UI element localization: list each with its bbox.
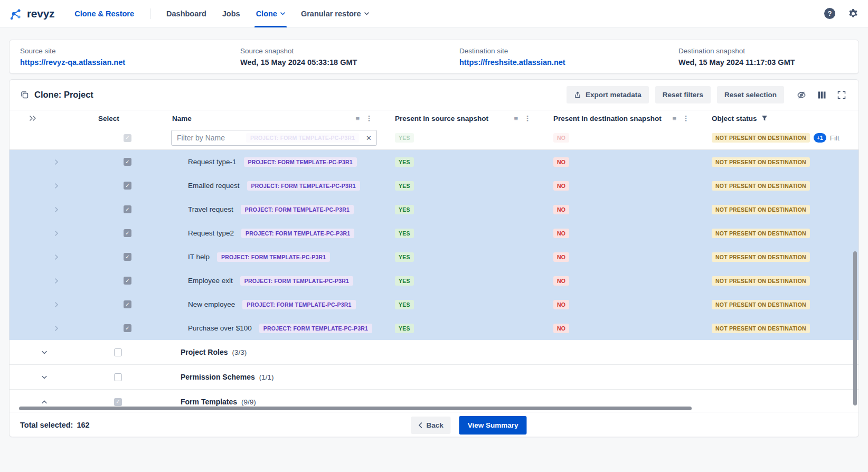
source-site-link[interactable]: https://revyz-qa.atlassian.net xyxy=(20,58,240,67)
copy-icon xyxy=(20,90,29,99)
row-type-badge: PROJECT: FORM TEMPLATE-PC-P3R1 xyxy=(259,324,372,333)
horizontal-scrollbar[interactable] xyxy=(19,407,692,410)
expand-group-icon[interactable] xyxy=(41,375,48,380)
chevron-down-icon xyxy=(364,12,369,15)
clone-objects-table: Select Name ≡⋮ Present in source snapsho… xyxy=(10,110,858,412)
nav-clone-label: Clone xyxy=(256,10,277,18)
row-checkbox[interactable]: ✓ xyxy=(124,324,131,332)
nav-links: Clone & Restore Dashboard Jobs Clone Gra… xyxy=(74,0,369,27)
hide-filters-icon[interactable] xyxy=(797,91,806,99)
expand-row-icon[interactable] xyxy=(54,159,59,165)
group-checkbox[interactable] xyxy=(114,348,122,356)
column-resize-handle-icon[interactable]: ≡ xyxy=(672,115,676,122)
group-checkbox[interactable]: ✓ xyxy=(114,398,122,406)
source-snapshot-value: Wed, 15 May 2024 05:33:18 GMT xyxy=(240,58,459,67)
source-header-label: Present in source snapshot xyxy=(395,115,488,122)
table-row[interactable]: ✓IT helpPROJECT: FORM TEMPLATE-PC-P3R1YE… xyxy=(10,245,858,269)
group-rows-block: Project Roles(3/3)Permission Schemes(1/1… xyxy=(10,340,858,412)
chevron-left-icon xyxy=(418,422,422,428)
filter-funnel-icon[interactable] xyxy=(761,115,768,121)
row-name: Request type2 xyxy=(188,229,234,237)
table-row[interactable]: ✓Travel requestPROJECT: FORM TEMPLATE-PC… xyxy=(10,197,858,221)
nav-clone[interactable]: Clone xyxy=(256,0,285,27)
name-filter-input[interactable] xyxy=(171,130,377,146)
destination-site-link[interactable]: https://freshsite.atlassian.net xyxy=(459,58,678,67)
table-row[interactable]: ✓Employee exitPROJECT: FORM TEMPLATE-PC-… xyxy=(10,269,858,292)
destination-site-label: Destination site xyxy=(459,47,678,55)
object-status-badge: NOT PRESENT ON DESTINATION xyxy=(712,181,810,191)
nav-dashboard[interactable]: Dashboard xyxy=(166,0,206,27)
row-checkbox[interactable]: ✓ xyxy=(124,253,131,261)
expand-row-icon[interactable] xyxy=(54,325,59,332)
source-presence-badge: YES xyxy=(395,157,414,167)
table-row[interactable]: ✓New employeePROJECT: FORM TEMPLATE-PC-P… xyxy=(10,292,858,316)
export-icon xyxy=(574,91,581,99)
expand-row-icon[interactable] xyxy=(54,206,59,213)
columns-icon[interactable] xyxy=(818,91,826,99)
vertical-scrollbar[interactable] xyxy=(853,251,857,405)
group-name: Project Roles xyxy=(181,348,228,356)
row-checkbox[interactable]: ✓ xyxy=(124,205,131,213)
expand-row-icon[interactable] xyxy=(54,278,59,284)
group-row[interactable]: Project Roles(3/3) xyxy=(10,340,858,365)
column-menu-icon[interactable]: ⋮ xyxy=(524,115,531,122)
view-summary-button[interactable]: View Summary xyxy=(459,416,527,435)
column-menu-icon[interactable]: ⋮ xyxy=(365,115,373,122)
row-checkbox[interactable]: ✓ xyxy=(124,300,131,308)
expand-row-icon[interactable] xyxy=(54,254,59,260)
help-icon[interactable]: ? xyxy=(824,8,835,19)
expand-group-icon[interactable] xyxy=(41,350,48,355)
expand-row-icon[interactable] xyxy=(54,183,59,189)
filter-row: ✓ PROJECT: FORM TEMPLATE-PC-P3R1 YES NO … xyxy=(10,126,858,150)
row-checkbox[interactable]: ✓ xyxy=(124,277,131,285)
table-row[interactable]: ✓Request type-1PROJECT: FORM TEMPLATE-PC… xyxy=(10,150,858,174)
group-checkbox[interactable] xyxy=(114,373,122,381)
row-checkbox[interactable]: ✓ xyxy=(124,182,131,190)
column-header-name[interactable]: Name ≡⋮ xyxy=(168,110,390,126)
table-row[interactable]: ✓Emailed requestPROJECT: FORM TEMPLATE-P… xyxy=(10,174,858,197)
source-snapshot-label: Source snapshot xyxy=(240,47,459,55)
group-name: Permission Schemes xyxy=(181,373,255,381)
collapse-group-icon[interactable] xyxy=(41,400,48,404)
fullscreen-icon[interactable] xyxy=(837,91,846,99)
total-selected: Total selected: 162 xyxy=(20,421,90,429)
table-tools xyxy=(797,91,846,99)
destination-site: Destination site https://freshsite.atlas… xyxy=(459,47,678,67)
nav-jobs[interactable]: Jobs xyxy=(222,0,240,27)
row-checkbox[interactable]: ✓ xyxy=(124,229,131,237)
column-menu-icon[interactable]: ⋮ xyxy=(682,115,690,122)
group-count: (9/9) xyxy=(241,398,256,406)
table-row[interactable]: ✓Purchase over $100PROJECT: FORM TEMPLAT… xyxy=(10,316,858,340)
expand-all-icon[interactable] xyxy=(29,115,37,121)
nav-clone-and-restore[interactable]: Clone & Restore xyxy=(74,0,134,27)
row-checkbox[interactable]: ✓ xyxy=(124,158,131,166)
column-header-select[interactable]: Select xyxy=(83,110,168,126)
source-snapshot: Source snapshot Wed, 15 May 2024 05:33:1… xyxy=(240,47,459,67)
column-header-object-status[interactable]: Object status xyxy=(706,110,858,126)
clear-filter-icon[interactable]: ✕ xyxy=(366,134,372,142)
column-resize-handle-icon[interactable]: ≡ xyxy=(355,115,360,122)
column-header-destination[interactable]: Present in destination snapshot ≡⋮ xyxy=(548,110,706,126)
table-row[interactable]: ✓Request type2PROJECT: FORM TEMPLATE-PC-… xyxy=(10,221,858,245)
selected-rows-block: ✓Request type-1PROJECT: FORM TEMPLATE-PC… xyxy=(10,150,858,340)
brand[interactable]: revyz xyxy=(10,7,54,21)
group-row[interactable]: Permission Schemes(1/1) xyxy=(10,365,858,390)
column-header-source[interactable]: Present in source snapshot ≡⋮ xyxy=(390,110,548,126)
export-metadata-button[interactable]: Export metadata xyxy=(567,86,649,103)
expand-row-icon[interactable] xyxy=(54,301,59,308)
row-type-badge: PROJECT: FORM TEMPLATE-PC-P3R1 xyxy=(217,252,330,262)
destination-presence-badge: NO xyxy=(553,276,569,286)
back-button[interactable]: Back xyxy=(411,417,450,434)
expand-row-icon[interactable] xyxy=(54,230,59,237)
nav-granular-restore[interactable]: Granular restore xyxy=(301,0,369,27)
row-name: New employee xyxy=(188,300,235,308)
column-resize-handle-icon[interactable]: ≡ xyxy=(514,115,518,122)
back-button-label: Back xyxy=(426,421,443,429)
object-status-badge: NOT PRESENT ON DESTINATION xyxy=(712,276,810,286)
settings-icon[interactable] xyxy=(848,8,858,19)
row-name: Emailed request xyxy=(188,182,240,190)
reset-filters-button[interactable]: Reset filters xyxy=(655,86,711,103)
object-status-filter[interactable]: NOT PRESENT ON DESTINATION +1 Filt xyxy=(712,133,858,143)
reset-selection-button[interactable]: Reset selection xyxy=(717,86,784,103)
destination-snapshot-label: Destination snapshot xyxy=(678,47,848,55)
